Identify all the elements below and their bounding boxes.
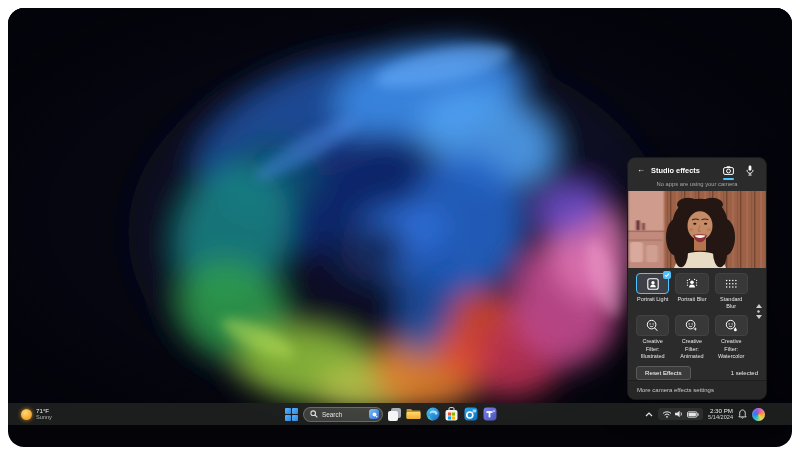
standard-blur-icon bbox=[725, 279, 738, 289]
start-button[interactable] bbox=[284, 407, 299, 422]
effect-portrait-blur[interactable]: Portrait Blur bbox=[675, 273, 708, 310]
edge-browser-button[interactable] bbox=[425, 407, 440, 422]
notifications-bell-icon[interactable] bbox=[738, 409, 747, 419]
more-camera-effects-settings-link[interactable]: More camera effects settings bbox=[628, 380, 766, 399]
effect-label: Portrait Blur bbox=[677, 296, 706, 303]
quick-settings-button[interactable] bbox=[658, 408, 703, 420]
file-explorer-icon bbox=[406, 408, 421, 420]
studio-effects-header: ← Studio effects bbox=[628, 158, 766, 177]
effect-creative-watercolor[interactable]: Creative Filter:Watercolor bbox=[715, 315, 748, 359]
effects-row-1: Portrait Light Portrait Blur bbox=[628, 273, 766, 310]
creative-filter-watercolor-icon bbox=[725, 319, 738, 332]
effect-tile[interactable] bbox=[675, 315, 708, 336]
effect-creative-illustrated[interactable]: Creative Filter:Illustrated bbox=[636, 315, 669, 359]
weather-condition: Sunny bbox=[36, 414, 52, 420]
camera-tab[interactable] bbox=[721, 163, 736, 177]
file-explorer-button[interactable] bbox=[406, 407, 421, 422]
device-screen: ← Studio effects No apps are using your … bbox=[8, 8, 792, 447]
effects-row-2: Creative Filter:Illustrated Creative Fil… bbox=[628, 315, 766, 359]
effect-label: Creative Filter:Illustrated bbox=[636, 338, 669, 359]
effect-tile[interactable] bbox=[636, 315, 669, 336]
weather-temperature: 71°F bbox=[36, 407, 52, 414]
effect-tile[interactable] bbox=[715, 273, 748, 294]
pager-down-icon[interactable] bbox=[756, 315, 762, 319]
effect-creative-animated[interactable]: Creative Filter:Animated bbox=[675, 315, 708, 359]
clock-time: 2:30 PM bbox=[710, 407, 733, 414]
effect-tile[interactable] bbox=[675, 273, 708, 294]
search-placeholder: Search bbox=[322, 411, 365, 418]
reset-effects-button[interactable]: Reset Effects bbox=[636, 366, 691, 380]
outlook-icon bbox=[464, 407, 478, 421]
camera-usage-status: No apps are using your camera bbox=[628, 177, 766, 191]
chevron-up-icon[interactable] bbox=[645, 412, 653, 417]
weather-widget[interactable]: 71°F Sunny bbox=[21, 405, 52, 423]
effects-pager bbox=[754, 304, 763, 319]
creative-filter-animated-icon bbox=[685, 319, 698, 332]
creative-filter-illustrated-icon bbox=[646, 319, 659, 332]
sun-icon bbox=[21, 409, 32, 420]
taskbar-search[interactable]: Search bbox=[303, 407, 383, 422]
effect-standard-blur[interactable]: Standard Blur bbox=[715, 273, 748, 310]
task-view-button[interactable] bbox=[387, 407, 402, 422]
effects-footer-row: Reset Effects 1 selected bbox=[628, 366, 766, 380]
task-view-icon bbox=[388, 408, 401, 421]
copilot-icon[interactable] bbox=[752, 408, 765, 421]
pager-dot-icon bbox=[757, 310, 760, 313]
taskbar-clock[interactable]: 2:30 PM 5/14/2024 bbox=[708, 407, 733, 421]
effect-portrait-light[interactable]: Portrait Light bbox=[636, 273, 669, 310]
effect-label: Creative Filter:Watercolor bbox=[715, 338, 748, 359]
camera-icon bbox=[723, 166, 734, 175]
studio-effects-flyout: ← Studio effects No apps are using your … bbox=[627, 157, 767, 400]
portrait-blur-icon bbox=[686, 278, 698, 290]
selected-check-badge bbox=[663, 271, 671, 279]
windows-start-icon bbox=[285, 408, 298, 421]
taskbar-center: Search bbox=[284, 403, 497, 425]
pager-up-icon[interactable] bbox=[756, 304, 762, 308]
search-highlights-icon[interactable] bbox=[369, 409, 379, 419]
effect-tile[interactable] bbox=[636, 273, 669, 294]
system-tray: 2:30 PM 5/14/2024 bbox=[645, 403, 765, 425]
effect-tile[interactable] bbox=[715, 315, 748, 336]
portrait-light-icon bbox=[647, 278, 659, 290]
microsoft-store-icon bbox=[445, 407, 458, 421]
taskbar: 71°F Sunny Search bbox=[8, 403, 792, 425]
microsoft-store-button[interactable] bbox=[444, 407, 459, 422]
search-icon bbox=[310, 410, 318, 418]
microphone-tab[interactable] bbox=[742, 163, 757, 177]
microphone-icon bbox=[746, 165, 754, 176]
effect-label: Portrait Light bbox=[637, 296, 668, 303]
clock-date: 5/14/2024 bbox=[708, 414, 733, 421]
panel-title: Studio effects bbox=[651, 166, 715, 175]
volume-icon bbox=[675, 410, 684, 418]
teams-icon bbox=[483, 407, 497, 421]
effect-label: Creative Filter:Animated bbox=[675, 338, 708, 359]
wifi-icon bbox=[662, 410, 672, 418]
camera-preview bbox=[628, 191, 766, 268]
outlook-button[interactable] bbox=[463, 407, 478, 422]
effect-label: Standard Blur bbox=[715, 296, 748, 310]
teams-button[interactable] bbox=[482, 407, 497, 422]
selection-count: 1 selected bbox=[731, 370, 758, 376]
battery-icon bbox=[687, 411, 699, 418]
back-arrow-icon[interactable]: ← bbox=[637, 166, 645, 174]
edge-icon bbox=[426, 407, 440, 421]
